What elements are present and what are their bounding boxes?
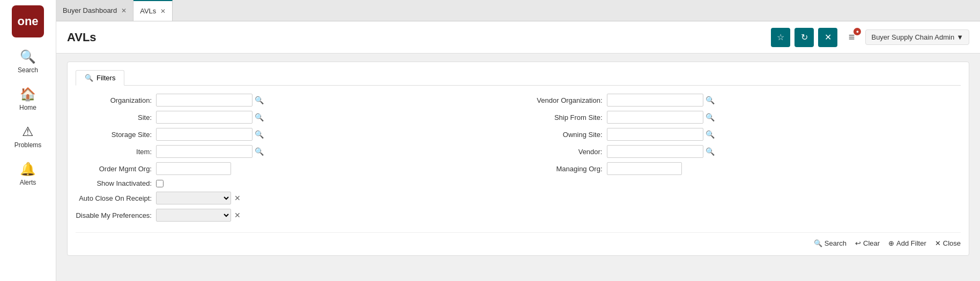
tab-avls-label: AVLs xyxy=(140,7,156,15)
page-content: 🔍 Filters Organization: 🔍 Site: xyxy=(56,54,980,281)
user-dropdown[interactable]: Buyer Supply Chain Admin ▼ xyxy=(865,29,969,45)
tab-buyer-dashboard-label: Buyer Dashboard xyxy=(63,6,117,14)
sidebar-item-home[interactable]: 🏠 Home xyxy=(0,80,56,118)
tab-avls[interactable]: AVLs ✕ xyxy=(133,0,173,21)
vendor-input[interactable] xyxy=(607,145,703,158)
auto-close-clear-button[interactable]: ✕ xyxy=(233,194,242,202)
sidebar-item-problems-label: Problems xyxy=(14,141,42,149)
disable-preferences-label: Disable My Preferences: xyxy=(76,211,156,219)
main-area: Buyer Dashboard ✕ AVLs ✕ AVLs ☆ ↻ ✕ ≡ ● … xyxy=(56,0,980,281)
item-search-button[interactable]: 🔍 xyxy=(253,147,266,156)
add-filter-icon: ⊕ xyxy=(888,239,894,247)
organization-label: Organization: xyxy=(76,96,156,104)
storage-site-search-button[interactable]: 🔍 xyxy=(253,130,266,139)
storage-site-label: Storage Site: xyxy=(76,131,156,139)
managing-org-input[interactable] xyxy=(607,162,682,175)
close-action-label: Close xyxy=(943,239,961,247)
bottom-actions: 🔍 Search ↩ Clear ⊕ Add Filter ✕ Close xyxy=(76,232,961,247)
vendor-org-input[interactable] xyxy=(607,94,703,107)
tab-buyer-dashboard[interactable]: Buyer Dashboard ✕ xyxy=(56,0,133,21)
filters-panel: 🔍 Filters Organization: 🔍 Site: xyxy=(67,62,969,256)
item-row: Item: 🔍 xyxy=(76,145,510,158)
vendor-org-search-button[interactable]: 🔍 xyxy=(703,96,717,104)
app-logo[interactable]: one xyxy=(12,5,44,37)
sidebar-item-home-label: Home xyxy=(19,104,36,111)
site-label: Site: xyxy=(76,113,156,121)
tab-avls-close[interactable]: ✕ xyxy=(160,8,166,14)
filters-left-column: Organization: 🔍 Site: 🔍 Storage Site: 🔍 xyxy=(76,94,510,226)
owning-site-search-button[interactable]: 🔍 xyxy=(703,130,717,139)
show-inactivated-label: Show Inactivated: xyxy=(76,179,156,187)
disable-preferences-select[interactable] xyxy=(156,209,231,222)
user-name: Buyer Supply Chain Admin xyxy=(871,33,954,41)
auto-close-row: Auto Close On Receipt: ✕ xyxy=(76,192,510,204)
auto-close-label: Auto Close On Receipt: xyxy=(76,194,156,202)
sidebar-item-search[interactable]: 🔍 Search xyxy=(0,43,56,80)
filter-icon: 🔍 xyxy=(85,74,93,82)
owning-site-row: Owning Site: 🔍 xyxy=(526,128,961,141)
auto-close-select[interactable] xyxy=(156,192,231,204)
add-filter-label: Add Filter xyxy=(896,239,926,247)
site-search-button[interactable]: 🔍 xyxy=(253,113,266,121)
header-actions: ☆ ↻ ✕ ≡ ● Buyer Supply Chain Admin ▼ xyxy=(771,28,969,47)
filters-tab-bar: 🔍 Filters xyxy=(76,70,961,86)
sidebar-item-search-label: Search xyxy=(18,66,38,74)
page-title: AVLs xyxy=(67,31,96,44)
vendor-search-button[interactable]: 🔍 xyxy=(703,147,717,156)
sidebar: one 🔍 Search 🏠 Home ⚠ Problems 🔔 Alerts xyxy=(0,0,56,281)
warning-icon: ⚠ xyxy=(22,124,34,139)
tab-buyer-dashboard-close[interactable]: ✕ xyxy=(121,7,127,14)
bell-icon: 🔔 xyxy=(20,162,36,177)
search-action[interactable]: 🔍 Search xyxy=(814,239,847,247)
vendor-label: Vendor: xyxy=(526,148,607,156)
disable-preferences-row: Disable My Preferences: ✕ xyxy=(76,209,510,222)
notification-badge: ● xyxy=(853,28,861,35)
organization-search-button[interactable]: 🔍 xyxy=(253,96,266,104)
show-inactivated-checkbox[interactable] xyxy=(156,180,164,187)
item-label: Item: xyxy=(76,148,156,156)
close-button[interactable]: ✕ xyxy=(818,28,837,47)
vendor-org-label: Vendor Organization: xyxy=(526,96,607,104)
owning-site-label: Owning Site: xyxy=(526,131,607,139)
organization-row: Organization: 🔍 xyxy=(76,94,510,107)
ship-from-site-input[interactable] xyxy=(607,111,703,124)
storage-site-input[interactable] xyxy=(156,128,253,141)
dropdown-chevron-icon: ▼ xyxy=(956,33,963,41)
storage-site-row: Storage Site: 🔍 xyxy=(76,128,510,141)
managing-org-row: Managing Org: xyxy=(526,162,961,175)
sidebar-item-problems[interactable]: ⚠ Problems xyxy=(0,118,56,155)
filters-tab[interactable]: 🔍 Filters xyxy=(76,70,124,86)
order-mgmt-org-label: Order Mgmt Org: xyxy=(76,165,156,173)
vendor-org-row: Vendor Organization: 🔍 xyxy=(526,94,961,107)
page-header: AVLs ☆ ↻ ✕ ≡ ● Buyer Supply Chain Admin … xyxy=(56,21,980,54)
ship-from-site-row: Ship From Site: 🔍 xyxy=(526,111,961,124)
menu-button[interactable]: ≡ ● xyxy=(842,28,861,47)
auto-close-dropdown-row: ✕ xyxy=(156,192,242,204)
refresh-button[interactable]: ↻ xyxy=(795,28,814,47)
ship-from-site-search-button[interactable]: 🔍 xyxy=(703,113,717,121)
ship-from-site-label: Ship From Site: xyxy=(526,113,607,121)
search-action-icon: 🔍 xyxy=(814,239,822,247)
clear-action-icon: ↩ xyxy=(855,239,861,247)
search-action-label: Search xyxy=(825,239,847,247)
managing-org-label: Managing Org: xyxy=(526,165,607,173)
organization-input[interactable] xyxy=(156,94,253,107)
show-inactivated-row: Show Inactivated: xyxy=(76,179,510,187)
close-action[interactable]: ✕ Close xyxy=(935,239,961,247)
add-filter-action[interactable]: ⊕ Add Filter xyxy=(888,239,926,247)
close-action-icon: ✕ xyxy=(935,239,941,247)
order-mgmt-org-input[interactable] xyxy=(156,162,231,175)
search-icon: 🔍 xyxy=(20,49,36,64)
favorite-button[interactable]: ☆ xyxy=(771,28,790,47)
sidebar-item-alerts-label: Alerts xyxy=(20,179,36,186)
sidebar-item-alerts[interactable]: 🔔 Alerts xyxy=(0,155,56,193)
tab-bar: Buyer Dashboard ✕ AVLs ✕ xyxy=(56,0,980,21)
owning-site-input[interactable] xyxy=(607,128,703,141)
order-mgmt-org-row: Order Mgmt Org: xyxy=(76,162,510,175)
vendor-row: Vendor: 🔍 xyxy=(526,145,961,158)
disable-preferences-clear-button[interactable]: ✕ xyxy=(233,211,242,219)
clear-action[interactable]: ↩ Clear xyxy=(855,239,880,247)
site-input[interactable] xyxy=(156,111,253,124)
filters-tab-label: Filters xyxy=(96,74,115,82)
item-input[interactable] xyxy=(156,145,253,158)
